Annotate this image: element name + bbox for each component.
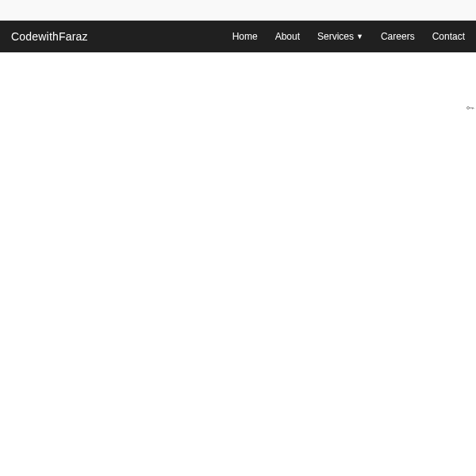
nav-label: Services (317, 31, 354, 42)
key-icon (465, 102, 474, 111)
svg-point-0 (467, 107, 470, 109)
nav-item-contact[interactable]: Contact (432, 31, 465, 42)
nav-label: About (275, 31, 300, 42)
nav-label: Contact (432, 31, 465, 42)
nav-label: Home (232, 31, 258, 42)
main-content (0, 52, 476, 476)
nav-item-home[interactable]: Home (232, 31, 258, 42)
brand-logo[interactable]: CodewithFaraz (11, 30, 88, 43)
chevron-down-icon: ▼ (356, 33, 363, 40)
nav-label: Careers (381, 31, 415, 42)
nav-item-about[interactable]: About (275, 31, 300, 42)
nav-links-container: Home About Services ▼ Careers Contact (232, 31, 465, 42)
nav-item-services[interactable]: Services ▼ (317, 31, 363, 42)
nav-item-careers[interactable]: Careers (381, 31, 415, 42)
main-navbar: CodewithFaraz Home About Services ▼ Care… (0, 21, 476, 52)
browser-chrome-gap (0, 0, 476, 21)
